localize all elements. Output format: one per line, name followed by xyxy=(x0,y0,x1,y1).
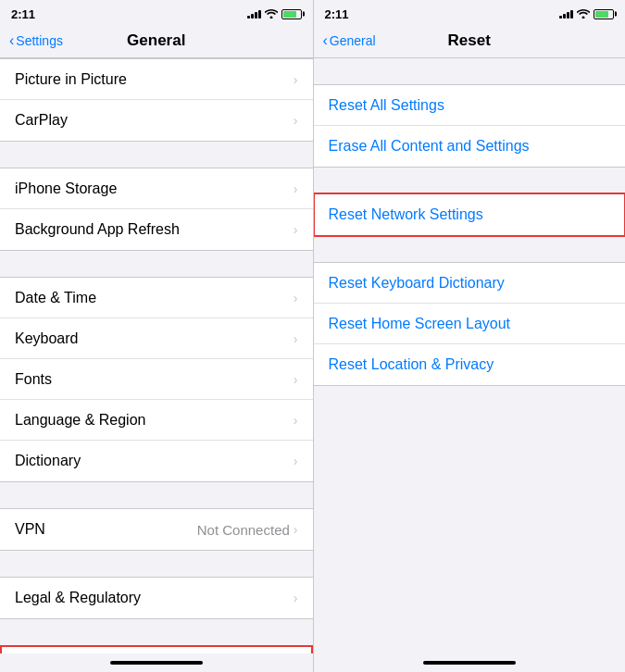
chevron-legal: › xyxy=(294,591,298,605)
screen-general: 2:11 ‹ Settings xyxy=(0,0,313,672)
section-reset-network: Reset Network Settings xyxy=(314,193,626,236)
settings-list-reset: Reset All Settings Erase All Content and… xyxy=(314,58,626,653)
section-reset: Reset › xyxy=(0,645,313,653)
chevron-language-region: › xyxy=(294,413,298,428)
nav-bar-reset: ‹ General Reset xyxy=(314,26,626,58)
chevron-carplay: › xyxy=(294,113,298,128)
list-item-reset-network[interactable]: Reset Network Settings xyxy=(314,194,626,235)
label-fonts: Fonts xyxy=(15,371,52,388)
status-bar-right: 2:11 xyxy=(314,0,626,26)
list-item-iphone-storage[interactable]: iPhone Storage › xyxy=(0,168,313,209)
label-date-time: Date & Time xyxy=(15,290,96,306)
list-item-picture-in-picture[interactable]: Picture in Picture › xyxy=(0,59,313,100)
screen-reset: 2:11 ‹ General R xyxy=(313,0,626,672)
chevron-vpn: › xyxy=(294,522,298,537)
list-item-reset-all-settings[interactable]: Reset All Settings xyxy=(314,85,626,126)
list-item-legal[interactable]: Legal & Regulatory › xyxy=(0,578,313,618)
section-vpn: VPN Not Connected › xyxy=(0,508,313,551)
list-item-reset[interactable]: Reset › xyxy=(0,646,313,653)
list-item-vpn[interactable]: VPN Not Connected › xyxy=(0,509,313,550)
label-background-refresh: Background App Refresh xyxy=(15,221,180,238)
signal-icon-right xyxy=(559,9,573,19)
status-icons-left xyxy=(247,8,302,20)
chevron-picture-in-picture: › xyxy=(294,72,298,87)
chevron-iphone-storage: › xyxy=(294,181,298,196)
label-erase-all: Erase All Content and Settings xyxy=(329,138,530,155)
label-dictionary: Dictionary xyxy=(15,453,81,469)
signal-icon xyxy=(247,9,261,19)
label-reset-keyboard: Reset Keyboard Dictionary xyxy=(329,275,505,292)
battery-icon xyxy=(281,9,302,19)
label-vpn: VPN xyxy=(15,521,45,538)
label-keyboard: Keyboard xyxy=(15,330,79,347)
nav-bar-general: ‹ Settings General xyxy=(0,26,313,58)
back-button-settings[interactable]: ‹ Settings xyxy=(9,32,63,49)
list-item-fonts[interactable]: Fonts › xyxy=(0,359,313,400)
section-picture-carplay: Picture in Picture › CarPlay › xyxy=(0,58,313,142)
wifi-icon-right xyxy=(577,8,590,20)
label-iphone-storage: iPhone Storage xyxy=(15,180,117,197)
page-title-reset: Reset xyxy=(448,31,491,50)
status-icons-right xyxy=(559,8,614,20)
label-reset-location: Reset Location & Privacy xyxy=(329,356,494,373)
chevron-keyboard: › xyxy=(294,331,298,346)
list-item-reset-location[interactable]: Reset Location & Privacy xyxy=(314,344,626,385)
section-legal: Legal & Regulatory › xyxy=(0,577,313,619)
chevron-dictionary: › xyxy=(294,454,298,468)
back-chevron-icon: ‹ xyxy=(9,32,14,49)
back-label-settings: Settings xyxy=(16,33,63,48)
label-carplay: CarPlay xyxy=(15,112,68,129)
section-reset-main: Reset All Settings Erase All Content and… xyxy=(314,84,626,168)
list-item-carplay[interactable]: CarPlay › xyxy=(0,100,313,141)
status-bar-left: 2:11 xyxy=(0,0,313,26)
back-label-general: General xyxy=(330,33,376,48)
label-reset-network: Reset Network Settings xyxy=(329,206,483,223)
home-bar-left xyxy=(110,661,203,665)
list-item-reset-keyboard[interactable]: Reset Keyboard Dictionary xyxy=(314,263,626,304)
label-reset-home-screen: Reset Home Screen Layout xyxy=(329,316,511,332)
label-picture-in-picture: Picture in Picture xyxy=(15,71,127,88)
label-reset-all-settings: Reset All Settings xyxy=(329,97,444,114)
label-legal: Legal & Regulatory xyxy=(15,590,141,606)
section-reset-other: Reset Keyboard Dictionary Reset Home Scr… xyxy=(314,262,626,386)
back-chevron-icon-right: ‹ xyxy=(323,32,328,49)
list-item-keyboard[interactable]: Keyboard › xyxy=(0,318,313,359)
list-item-language-region[interactable]: Language & Region › xyxy=(0,400,313,441)
section-date-language: Date & Time › Keyboard › Fonts › Languag… xyxy=(0,277,313,482)
list-item-dictionary[interactable]: Dictionary › xyxy=(0,441,313,481)
time-left: 2:11 xyxy=(11,7,35,21)
home-indicator-left xyxy=(0,653,313,672)
chevron-date-time: › xyxy=(294,291,298,305)
chevron-fonts: › xyxy=(294,372,298,387)
chevron-background-refresh: › xyxy=(294,222,298,237)
settings-list-general: Picture in Picture › CarPlay › iPhone St… xyxy=(0,58,313,653)
battery-icon-right xyxy=(594,9,614,19)
label-language-region: Language & Region xyxy=(15,412,145,429)
list-item-erase-all[interactable]: Erase All Content and Settings xyxy=(314,126,626,167)
back-button-general[interactable]: ‹ General xyxy=(323,32,376,49)
value-vpn: Not Connected xyxy=(197,522,290,538)
home-indicator-right xyxy=(314,653,626,672)
home-bar-right xyxy=(423,661,516,665)
section-storage-refresh: iPhone Storage › Background App Refresh … xyxy=(0,168,313,251)
list-item-date-time[interactable]: Date & Time › xyxy=(0,278,313,318)
time-right: 2:11 xyxy=(325,7,349,21)
list-item-reset-home-screen[interactable]: Reset Home Screen Layout xyxy=(314,304,626,344)
list-item-background-refresh[interactable]: Background App Refresh › xyxy=(0,209,313,250)
page-title-general: General xyxy=(127,31,185,50)
wifi-icon xyxy=(265,8,278,20)
